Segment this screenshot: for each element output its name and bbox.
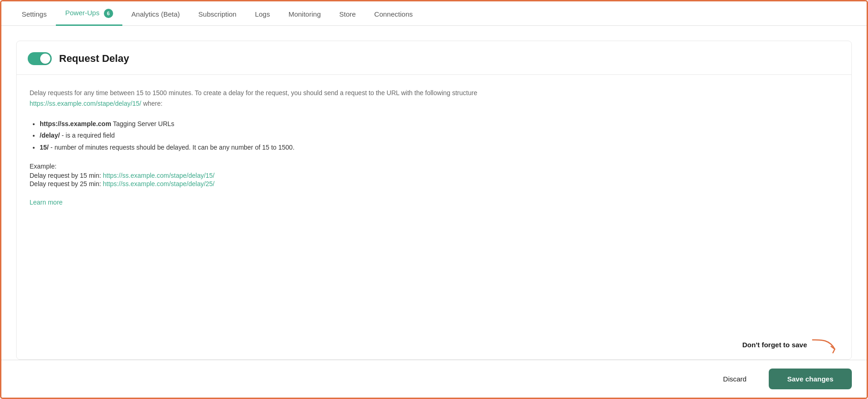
feature-header: Request Delay	[17, 41, 851, 75]
discard-button[interactable]: Discard	[708, 369, 761, 389]
example-link-25[interactable]: https://ss.example.com/stape/delay/25/	[103, 180, 215, 187]
list-item: https://ss.example.com Tagging Server UR…	[40, 118, 838, 130]
tab-logs[interactable]: Logs	[246, 3, 279, 26]
save-arrow-icon	[811, 336, 838, 355]
bullet-list: https://ss.example.com Tagging Server UR…	[40, 118, 838, 153]
tab-subscription[interactable]: Subscription	[189, 3, 246, 26]
tab-monitoring[interactable]: Monitoring	[279, 3, 330, 26]
footer-bar: Discard Save changes	[1, 360, 867, 398]
main-content: Request Delay Delay requests for any tim…	[1, 26, 867, 360]
tab-store[interactable]: Store	[330, 3, 365, 26]
tab-settings[interactable]: Settings	[12, 3, 56, 26]
tab-power-ups[interactable]: Power-Ups 6	[56, 1, 122, 26]
example-line-25: Delay request by 25 min: https://ss.exam…	[30, 180, 838, 187]
power-ups-badge: 6	[104, 9, 113, 18]
feature-title: Request Delay	[59, 53, 129, 65]
tab-analytics[interactable]: Analytics (Beta)	[122, 3, 189, 26]
description-link[interactable]: https://ss.example.com/stape/delay/15/	[30, 100, 141, 107]
example-section: Example: Delay request by 15 min: https:…	[30, 163, 838, 187]
main-window: Settings Power-Ups 6 Analytics (Beta) Su…	[0, 0, 868, 399]
save-reminder-area: Don't forget to save	[17, 326, 851, 359]
tab-connections[interactable]: Connections	[365, 3, 422, 26]
list-item: 15/ - number of minutes requests should …	[40, 142, 838, 153]
list-item: /delay/ - is a required field	[40, 130, 838, 141]
save-changes-button[interactable]: Save changes	[769, 369, 852, 389]
feature-body: Delay requests for any time between 15 t…	[17, 75, 851, 326]
toggle-knob	[40, 54, 50, 64]
feature-section: Request Delay Delay requests for any tim…	[16, 41, 852, 360]
save-reminder-text: Don't forget to save	[742, 341, 807, 349]
example-link-15[interactable]: https://ss.example.com/stape/delay/15/	[103, 172, 215, 179]
tab-bar: Settings Power-Ups 6 Analytics (Beta) Su…	[1, 1, 867, 26]
feature-description: Delay requests for any time between 15 t…	[30, 88, 514, 109]
example-line-15: Delay request by 15 min: https://ss.exam…	[30, 172, 838, 179]
learn-more-link[interactable]: Learn more	[30, 199, 63, 206]
example-label: Example:	[30, 163, 838, 170]
request-delay-toggle[interactable]	[28, 52, 52, 65]
